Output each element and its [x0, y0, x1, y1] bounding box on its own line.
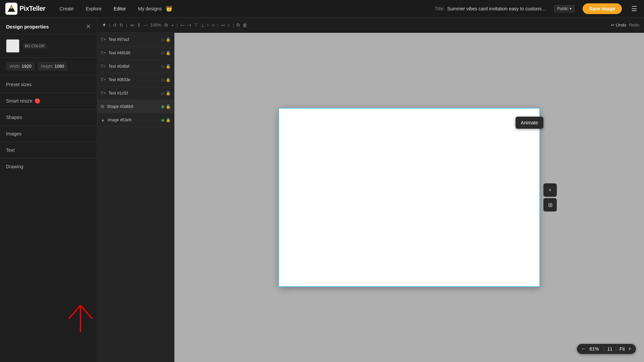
distribute-v-icon[interactable]: ↕ — [228, 22, 230, 28]
sidebar-item-shapes[interactable]: Shapes — [0, 111, 97, 124]
logo-text: PixTeller — [19, 5, 45, 12]
layer-item[interactable]: T+ Text #49186 ◎ 🔒 — [97, 46, 174, 60]
sidebar-item-drawing[interactable]: Drawing — [0, 160, 97, 173]
lock-icon[interactable]: 🔒 — [166, 91, 171, 96]
align-right-icon[interactable]: ⊤ — [194, 22, 198, 28]
visibility-icon[interactable]: ◎ — [161, 77, 164, 82]
shapes-label: Shapes — [6, 115, 22, 120]
align-center-h-icon[interactable]: ⊣ — [187, 22, 191, 28]
lock-icon[interactable]: 🔒 — [166, 51, 171, 55]
sidebar-item-smart-resize[interactable]: Smart resize 🔴 — [0, 94, 97, 108]
smart-resize-dot-icon: 🔴 — [35, 98, 40, 104]
lock-icon[interactable]: 🔒 — [166, 64, 171, 69]
nav-explore[interactable]: Explore — [84, 5, 103, 13]
layer-item[interactable]: T+ Text #0d8af ◎ 🔒 — [97, 60, 174, 73]
crown-icon: 👑 — [166, 5, 172, 12]
toolbar-add-icon[interactable]: + — [171, 22, 174, 28]
distribute-h-icon[interactable]: ⇿ — [221, 22, 225, 28]
drawing-label: Drawing — [6, 164, 23, 169]
bg-color-swatch[interactable] — [6, 39, 19, 53]
height-value: 1080 — [54, 64, 64, 69]
lock-icon[interactable]: 🔒 — [166, 104, 171, 109]
lock-icon[interactable]: 🔒 — [166, 37, 171, 42]
layers-star-icon: ✦ — [102, 22, 106, 28]
smart-resize-label: Smart resize — [6, 98, 33, 104]
fit-button[interactable]: Fit — [620, 346, 625, 352]
visibility-icon[interactable]: ◎ — [161, 91, 164, 96]
title-label: Title: — [435, 6, 445, 11]
nav-create[interactable]: Create — [57, 5, 75, 13]
layer-item[interactable]: T+ Text #97acf ◎ 🔒 — [97, 33, 174, 46]
image-layer-icon: ▲ — [101, 117, 105, 122]
add-element-icon[interactable]: + — [543, 183, 557, 197]
layers-expand-icon[interactable]: ⊞ — [543, 198, 557, 212]
bg-color-label[interactable]: BG COLOR — [23, 43, 46, 49]
visibility-icon[interactable]: ◎ — [161, 37, 164, 42]
layers-panel: T+ Text #97acf ◎ 🔒 T+ Text #49186 ◎ 🔒 — [97, 33, 174, 362]
flip-v-icon[interactable]: ⇕ — [137, 22, 141, 28]
layer-actions: ◎ 🔒 — [161, 64, 171, 69]
rotate-right-icon[interactable]: ↻ — [119, 22, 123, 28]
page-number: 11 — [607, 346, 613, 352]
align-left-icon[interactable]: ⊢ — [180, 22, 184, 28]
lock-icon[interactable]: 🔒 — [166, 118, 171, 122]
layer-item[interactable]: T+ Text #0833e ◎ 🔒 — [97, 73, 174, 86]
zoom-percent: 61% — [588, 346, 600, 352]
zoom-in-toolbar-icon[interactable]: ⚙ — [164, 22, 168, 28]
undo-button[interactable]: ↩ Undo — [611, 22, 626, 27]
sidebar-item-text[interactable]: Text — [0, 143, 97, 157]
toolbar-divider-3: | — [176, 22, 177, 27]
layers-list: T+ Text #97acf ◎ 🔒 T+ Text #49186 ◎ 🔒 — [97, 33, 174, 362]
images-label: Images — [6, 131, 21, 136]
right-panel: + ⊞ — [543, 183, 557, 212]
nav-editor[interactable]: Editor — [112, 5, 128, 13]
visibility-icon[interactable]: ◉ — [161, 118, 164, 122]
nav-my-designs[interactable]: My designs 👑 — [136, 5, 172, 13]
preset-sizes-label: Preset sizes — [6, 82, 32, 87]
height-field[interactable]: Height 1080 — [38, 62, 68, 71]
sidebar-item-images[interactable]: Images — [0, 127, 97, 140]
flip-h-icon[interactable]: ⇔ — [130, 22, 134, 28]
delete-icon[interactable]: 🗑 — [243, 22, 247, 28]
zoom-out-button[interactable]: − — [582, 346, 585, 352]
visibility-icon[interactable]: ◎ — [161, 64, 164, 69]
width-field[interactable]: Width 1920 — [6, 62, 35, 71]
canvas-wrapper: Animate + ⊞ — [278, 108, 540, 287]
canvas-area[interactable]: Animate + ⊞ — [174, 33, 644, 362]
editor-body: Design properties ✕ BG COLOR Width 1920 … — [0, 17, 644, 362]
redo-button[interactable]: Redo — [629, 22, 639, 27]
layer-item-image[interactable]: ▲ Image #63efc ◉ 🔒 — [97, 113, 174, 127]
align-bottom-icon[interactable]: ⊧ — [212, 22, 215, 28]
layer-actions: ◎ 🔒 — [161, 37, 171, 42]
chevron-down-icon: ▾ — [570, 6, 572, 11]
sidebar-divider-1 — [0, 93, 97, 93]
align-center-v-icon[interactable]: ⊦ — [207, 22, 210, 28]
layer-item-shape[interactable]: ⊞ Shape #0d6b9 ◉ 🔒 — [97, 100, 174, 113]
rotate-left-icon[interactable]: ↺ — [113, 22, 117, 28]
toolbar-divider-5: | — [233, 22, 234, 27]
sidebar-item-preset-sizes[interactable]: Preset sizes — [0, 78, 97, 91]
title-value[interactable]: Summer vibes card invitation easy to cus… — [447, 6, 546, 11]
text-layer-icon: T+ — [101, 50, 106, 55]
zoom-separator — [604, 346, 604, 352]
zoom-percent-icon: 100% — [150, 22, 161, 27]
lock-icon[interactable]: 🔒 — [166, 77, 171, 82]
animate-button[interactable]: Animate — [516, 117, 543, 129]
copy-icon[interactable]: ⧉ — [236, 22, 240, 28]
visibility-icon[interactable]: ◎ — [161, 51, 164, 55]
save-image-button[interactable]: Save image — [583, 3, 622, 14]
layer-actions: ◎ 🔒 — [161, 51, 171, 55]
zoom-in-button[interactable]: + — [628, 346, 631, 352]
layer-name: Text #97acf — [109, 37, 158, 42]
align-top-icon[interactable]: ⊥ — [201, 22, 205, 28]
layer-actions: ◉ 🔒 — [161, 118, 171, 122]
visibility-dropdown[interactable]: Public ▾ — [554, 5, 575, 12]
zoom-toolbar-input[interactable]: — — [144, 23, 148, 27]
layer-item[interactable]: T+ Text #1cf1f ◎ 🔒 — [97, 86, 174, 100]
close-icon[interactable]: ✕ — [86, 23, 91, 30]
visibility-icon[interactable]: ◉ — [161, 104, 164, 109]
logo[interactable]: PixTeller — [5, 3, 45, 15]
hamburger-menu-icon[interactable]: ☰ — [630, 3, 639, 14]
dimensions-row: Width 1920 Height 1080 — [0, 58, 97, 75]
text-label: Text — [6, 147, 15, 153]
